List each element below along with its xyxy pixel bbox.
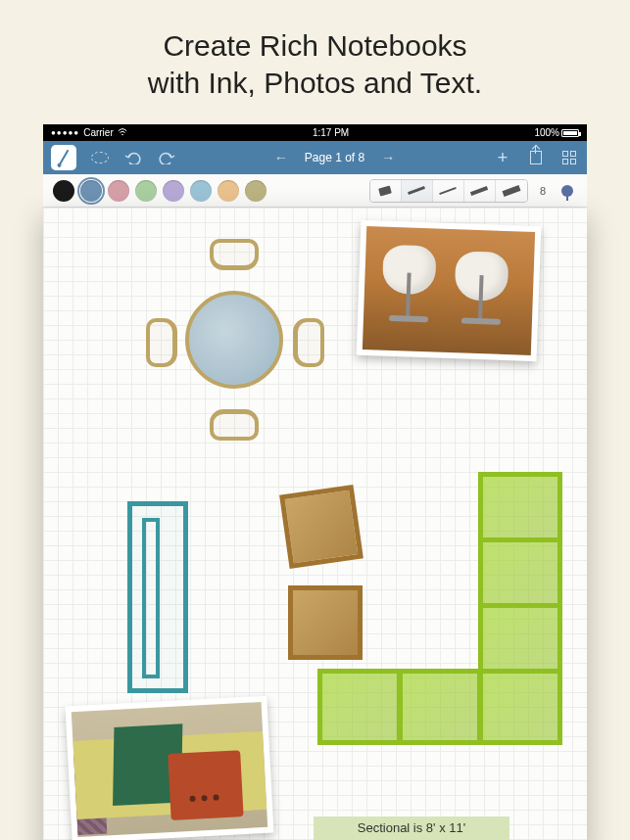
- next-page-button[interactable]: →: [378, 148, 398, 167]
- photo-sofa[interactable]: [65, 696, 273, 840]
- brush-size-value: 8: [540, 185, 546, 197]
- pin-button[interactable]: [557, 181, 577, 201]
- sketch-cabinet[interactable]: [127, 501, 188, 693]
- text-note-sectional[interactable]: Sectional is 8' x 11': [314, 817, 509, 840]
- undo-button[interactable]: [123, 148, 143, 167]
- color-swatch-lightblue[interactable]: [190, 180, 212, 202]
- grid-icon: [562, 151, 576, 164]
- status-bar: ●●●●● Carrier 1:17 PM 100%: [43, 124, 587, 141]
- photo-content: [72, 702, 267, 837]
- carrier-label: Carrier: [83, 127, 114, 138]
- prev-page-button[interactable]: ←: [271, 148, 291, 167]
- color-swatch-blue[interactable]: [80, 180, 102, 202]
- share-icon: [530, 151, 542, 164]
- undo-icon: [124, 151, 142, 164]
- pen-tool-button[interactable]: [51, 145, 76, 170]
- color-swatch-olive[interactable]: [245, 180, 267, 202]
- sketch-chair: [210, 239, 259, 270]
- battery-indicator: 100%: [534, 127, 579, 138]
- sketch-round-table: [185, 291, 283, 389]
- add-button[interactable]: +: [493, 148, 512, 167]
- brush-width-4[interactable]: [496, 180, 527, 202]
- lasso-icon: [91, 152, 109, 163]
- color-swatch-purple[interactable]: [163, 180, 184, 202]
- eraser-icon: [379, 185, 393, 196]
- svg-point-0: [121, 134, 123, 136]
- brush-width-segmented: [369, 179, 528, 203]
- color-swatch-green[interactable]: [135, 180, 157, 202]
- app-toolbar: ← Page 1 of 8 → +: [43, 141, 587, 174]
- signal-icon: ●●●●●: [51, 128, 79, 137]
- wifi-icon: [118, 127, 127, 138]
- pin-icon: [561, 185, 573, 197]
- lasso-tool-button[interactable]: [90, 148, 110, 167]
- redo-icon: [158, 151, 175, 164]
- sketch-chair: [146, 318, 177, 367]
- redo-button[interactable]: [157, 148, 176, 167]
- thumbnails-button[interactable]: [559, 148, 579, 167]
- brush-width-3[interactable]: [464, 180, 496, 202]
- device-frame: ●●●●● Carrier 1:17 PM 100% ← Page: [43, 124, 587, 840]
- color-swatch-black[interactable]: [53, 180, 74, 202]
- photo-stools[interactable]: [357, 220, 542, 361]
- headline-line-2: with Ink, Photos and Text.: [148, 67, 482, 99]
- battery-icon: [561, 129, 579, 137]
- clock-label: 1:17 PM: [313, 127, 349, 138]
- sketch-chair: [210, 409, 259, 441]
- color-swatch-pink[interactable]: [108, 180, 129, 202]
- brush-width-2[interactable]: [433, 180, 464, 202]
- sketch-ottoman[interactable]: [288, 585, 363, 660]
- photo-content: [363, 226, 535, 355]
- battery-percent: 100%: [534, 127, 559, 138]
- sketch-chair: [293, 318, 324, 367]
- share-button[interactable]: [526, 148, 546, 167]
- color-toolbar: 8: [43, 174, 587, 208]
- color-swatch-orange[interactable]: [218, 180, 239, 202]
- brush-eraser[interactable]: [370, 180, 402, 202]
- marketing-headline: Create Rich Notebooks with Ink, Photos a…: [0, 0, 630, 124]
- brush-width-1[interactable]: [402, 180, 433, 202]
- page-indicator: Page 1 of 8: [305, 151, 364, 164]
- headline-line-1: Create Rich Notebooks: [163, 29, 466, 62]
- drawing-canvas[interactable]: Sectional is 8' x 11': [43, 208, 587, 840]
- sketch-dining-set[interactable]: [141, 237, 327, 433]
- pen-icon: [59, 150, 70, 166]
- sketch-ottoman[interactable]: [279, 485, 363, 569]
